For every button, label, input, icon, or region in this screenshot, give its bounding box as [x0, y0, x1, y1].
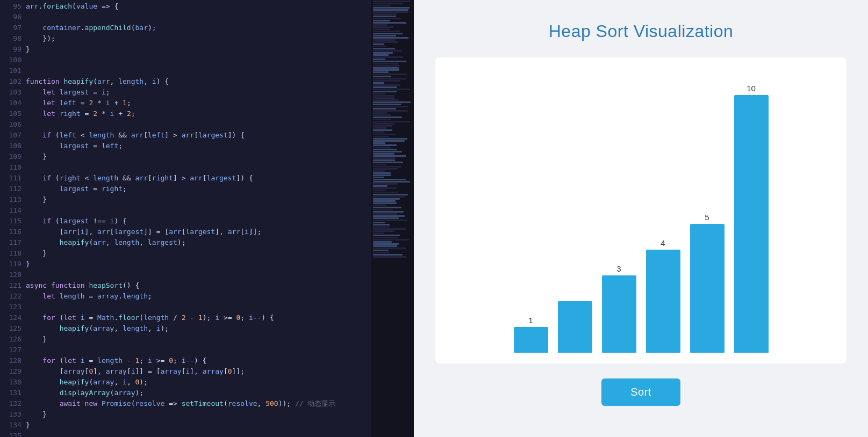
line-number: 111	[2, 173, 21, 184]
line-number: 131	[2, 388, 21, 398]
line-number: 122	[2, 291, 21, 302]
line-number: 130	[2, 377, 21, 388]
code-line	[26, 12, 414, 23]
code-line: async function heapSort() {	[26, 280, 414, 291]
code-line: }	[26, 248, 414, 259]
line-number: 126	[2, 334, 21, 345]
bar-group: 1	[514, 316, 548, 353]
line-number: 119	[2, 259, 21, 270]
code-line: for (let i = length - 1; i >= 0; i--) {	[26, 355, 414, 366]
bar-label: 10	[747, 84, 756, 93]
bar-label: 4	[661, 238, 665, 247]
line-number: 125	[2, 323, 21, 334]
bar-label: 5	[705, 213, 709, 222]
sort-button[interactable]: Sort	[601, 378, 680, 406]
code-line: arr.forEach(value => {	[26, 1, 414, 12]
line-number: 120	[2, 270, 21, 280]
line-number: 124	[2, 312, 21, 323]
line-number: 127	[2, 345, 21, 355]
line-number: 96	[2, 12, 21, 23]
code-line: }	[26, 409, 414, 420]
code-area: 9596979899100101102103104105106107108109…	[0, 0, 414, 437]
code-line: largest = right;	[26, 184, 414, 194]
code-line: largest = left;	[26, 141, 414, 151]
code-line: [array[0], array[i]] = [array[i], array[…	[26, 366, 414, 377]
code-line: displayArray(array);	[26, 388, 414, 398]
code-line	[26, 65, 414, 76]
code-line: container.appendChild(bar);	[26, 23, 414, 33]
bar	[602, 275, 636, 353]
code-line: if (largest !== i) {	[26, 216, 414, 227]
line-number: 121	[2, 280, 21, 291]
bar-group: 3	[602, 264, 636, 353]
code-line	[26, 119, 414, 130]
code-line	[26, 431, 414, 437]
bar-group	[558, 299, 592, 353]
viz-title: Heap Sort Visualization	[549, 21, 734, 41]
line-number: 97	[2, 23, 21, 33]
minimap	[371, 0, 414, 437]
line-number: 128	[2, 355, 21, 366]
code-line: [arr[i], arr[largest]] = [arr[largest], …	[26, 227, 414, 237]
bars-area: 134510	[457, 74, 825, 353]
code-line: await new Promise(resolve => setTimeout(…	[26, 398, 414, 409]
line-number: 113	[2, 194, 21, 205]
code-line	[26, 205, 414, 216]
code-panel: 9596979899100101102103104105106107108109…	[0, 0, 414, 437]
line-number: 117	[2, 237, 21, 248]
line-number: 102	[2, 76, 21, 87]
bar	[558, 301, 592, 353]
bar-group: 4	[646, 238, 680, 353]
bar-group: 5	[690, 213, 724, 353]
line-number: 114	[2, 205, 21, 216]
line-number: 100	[2, 55, 21, 65]
code-line	[26, 302, 414, 312]
code-line: let largest = i;	[26, 87, 414, 98]
line-number: 133	[2, 409, 21, 420]
code-line: let right = 2 * i + 2;	[26, 108, 414, 119]
code-line	[26, 55, 414, 65]
line-number: 107	[2, 130, 21, 141]
line-number: 116	[2, 227, 21, 237]
code-line: let length = array.length;	[26, 291, 414, 302]
line-number: 135	[2, 431, 21, 437]
line-number: 123	[2, 302, 21, 312]
bar	[514, 327, 548, 353]
code-line: }	[26, 151, 414, 162]
code-line: }	[26, 194, 414, 205]
code-line: });	[26, 33, 414, 44]
bar	[734, 95, 769, 353]
bar-label: 1	[528, 316, 533, 325]
code-line: heapify(array, length, i);	[26, 323, 414, 334]
bar-label: 3	[616, 264, 621, 273]
code-line: let left = 2 * i + 1;	[26, 98, 414, 108]
line-number: 109	[2, 151, 21, 162]
line-number: 110	[2, 162, 21, 173]
line-number: 98	[2, 33, 21, 44]
code-line: }	[26, 259, 414, 270]
line-number: 106	[2, 119, 21, 130]
line-number: 108	[2, 141, 21, 151]
code-line	[26, 345, 414, 355]
bar	[690, 224, 724, 353]
code-line: }	[26, 420, 414, 431]
code-line	[26, 270, 414, 280]
line-number: 132	[2, 398, 21, 409]
code-line: if (left < length && arr[left] > arr[lar…	[26, 130, 414, 141]
line-number: 118	[2, 248, 21, 259]
code-line: function heapify(arr, length, i) {	[26, 76, 414, 87]
line-number: 115	[2, 216, 21, 227]
code-line: if (right < length && arr[right] > arr[l…	[26, 173, 414, 184]
line-number: 105	[2, 108, 21, 119]
sort-button-area: Sort	[601, 378, 680, 406]
line-number: 103	[2, 87, 21, 98]
line-number: 112	[2, 184, 21, 194]
bar-group: 10	[734, 84, 769, 353]
line-number: 101	[2, 65, 21, 76]
chart-container: 134510	[435, 57, 847, 363]
line-number: 104	[2, 98, 21, 108]
code-line: heapify(arr, length, largest);	[26, 237, 414, 248]
line-number: 129	[2, 366, 21, 377]
code-line: }	[26, 334, 414, 345]
code-line	[26, 162, 414, 173]
